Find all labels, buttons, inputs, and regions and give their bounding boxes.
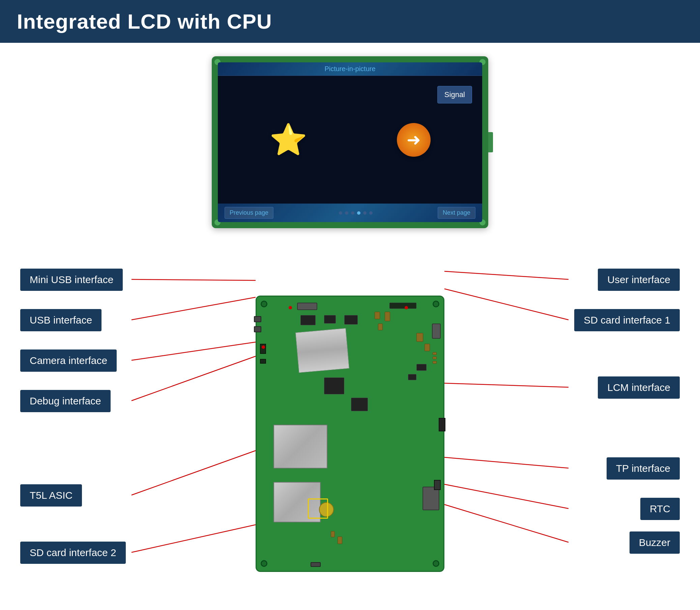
pcb-block-large <box>274 424 327 468</box>
pcb-cap-bottom-1 <box>331 531 335 537</box>
pcb-ic-main <box>324 378 344 394</box>
pcb-cap-bottom-2 <box>338 536 342 544</box>
dot-2 <box>345 211 348 215</box>
rtc-label: RTC <box>640 498 680 520</box>
pcb-small-ic-1 <box>417 364 426 371</box>
lcm-label: LCM interface <box>598 376 680 399</box>
pcb-ic-1 <box>300 315 316 325</box>
dot-5 <box>363 211 367 215</box>
pcb-sd-right-top <box>432 323 441 339</box>
t5l-asic-label: T5L ASIC <box>20 484 82 507</box>
diagram-section: Mini USB interface USB interface Camera … <box>0 248 700 610</box>
svg-line-1 <box>131 297 255 320</box>
svg-line-9 <box>445 458 569 468</box>
pcb-cap-5 <box>424 344 430 351</box>
pcb-yellow-box <box>308 498 328 519</box>
pip-label: Picture-in-picture <box>324 65 375 73</box>
user-interface-label: User interface <box>598 269 680 291</box>
pcb-mini-usb <box>254 316 261 322</box>
pcb-cap-4 <box>417 333 423 342</box>
lcd-section: Picture-in-picture ⭐ ➜ Signal Previous p… <box>0 56 700 228</box>
pcb-cap-2 <box>385 312 390 321</box>
sd-card-1-label: SD card interface 1 <box>574 309 680 331</box>
pcb-dot-2 <box>405 306 408 309</box>
next-page-btn[interactable]: Next page <box>438 207 476 219</box>
pcb-tp-conn <box>434 480 441 490</box>
mini-usb-label: Mini USB interface <box>20 269 123 291</box>
buzzer-label: Buzzer <box>629 531 680 554</box>
lcd-bottom-bar: Previous page Next page <box>218 204 482 222</box>
page-title: Integrated LCD with CPU <box>17 10 683 33</box>
pcb-board-container <box>255 295 445 572</box>
pcb-ic-3 <box>344 315 358 324</box>
svg-line-10 <box>445 484 569 509</box>
pcb-ic-mid-2 <box>351 398 368 411</box>
dot-6 <box>369 211 373 215</box>
pcb-mount-tl <box>261 301 267 307</box>
pcb-r-3 <box>433 361 437 364</box>
pcb-dot-1 <box>289 306 292 309</box>
dot-3 <box>351 211 354 215</box>
pcb-debug-conn <box>260 359 266 364</box>
prev-page-btn[interactable]: Previous page <box>224 207 274 219</box>
svg-line-7 <box>445 289 569 320</box>
pcb-sd-bottom-right <box>422 487 439 510</box>
pcb-r-2 <box>433 356 437 359</box>
arrow-circle: ➜ <box>397 123 431 157</box>
sd-card-2-label: SD card interface 2 <box>20 542 126 564</box>
pcb-chip-top-right <box>389 303 417 309</box>
page-dots <box>339 211 373 215</box>
signal-box: Signal <box>437 86 472 103</box>
svg-line-11 <box>445 504 569 542</box>
pcb-mount-tr <box>433 301 439 307</box>
pcb-ic-2 <box>324 315 336 323</box>
pcb-sd-top <box>297 303 317 310</box>
dot-1 <box>339 211 342 215</box>
svg-line-5 <box>131 525 255 552</box>
pcb-usb <box>254 326 261 332</box>
side-connector <box>488 132 493 152</box>
pcb-ribbon <box>295 328 349 373</box>
lcd-main: ⭐ ➜ Signal <box>218 76 482 204</box>
svg-line-8 <box>445 383 569 387</box>
page-header: Integrated LCD with CPU <box>0 0 700 43</box>
pcb-mount-br <box>433 560 439 567</box>
star-icon: ⭐ <box>269 122 307 157</box>
pcb-r-1 <box>433 352 437 355</box>
pcb-cap-3 <box>378 323 383 330</box>
camera-label: Camera interface <box>20 350 116 372</box>
svg-line-6 <box>445 271 569 279</box>
lcd-display: Picture-in-picture ⭐ ➜ Signal Previous p… <box>212 56 488 228</box>
lcd-top-bar: Picture-in-picture <box>218 62 482 76</box>
svg-line-0 <box>131 279 255 280</box>
dot-4 <box>357 211 360 215</box>
pcb-cap-1 <box>375 312 380 319</box>
debug-label: Debug interface <box>20 390 111 412</box>
pcb-mount-bl <box>261 560 267 567</box>
pcb-lcm-conn <box>439 418 446 431</box>
pcb-small-ic-2 <box>408 374 417 380</box>
pcb-dot-camera <box>262 346 265 349</box>
tp-label: TP interface <box>607 458 680 480</box>
signal-label: Signal <box>445 90 465 99</box>
svg-line-4 <box>131 451 255 495</box>
svg-line-3 <box>131 356 255 401</box>
pcb-board <box>255 295 445 572</box>
usb-label: USB interface <box>20 309 102 331</box>
pcb-bottom-usb <box>311 562 321 567</box>
lcd-screen: Picture-in-picture ⭐ ➜ Signal Previous p… <box>218 62 482 222</box>
svg-line-2 <box>131 342 255 360</box>
